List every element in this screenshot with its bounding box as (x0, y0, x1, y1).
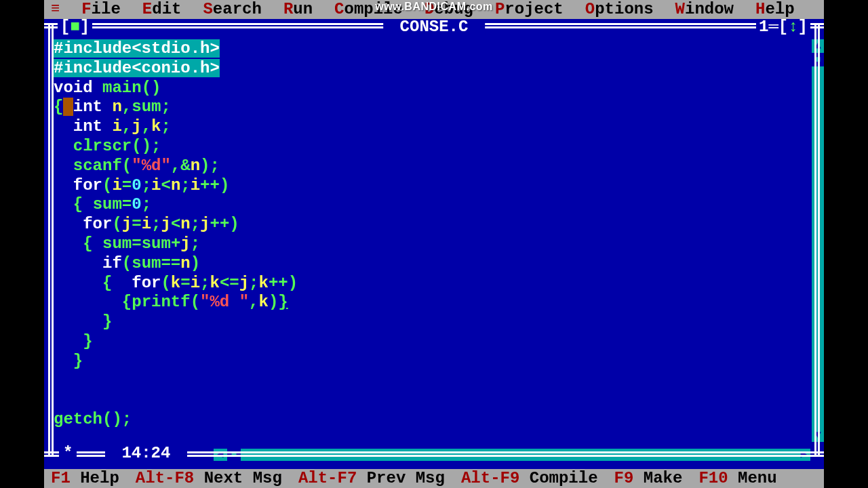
status-next-msg[interactable]: Alt-F8 Next Msg (136, 470, 282, 487)
menu-search[interactable]: Search (203, 1, 261, 18)
status-make[interactable]: F9 Make (614, 470, 683, 487)
scroll-left-icon[interactable]: ◄ (214, 449, 227, 461)
status-menu[interactable]: F10 Menu (698, 470, 776, 487)
window-number-zoom[interactable]: 1═[↕] (756, 19, 810, 35)
modified-indicator: * (59, 445, 77, 462)
vertical-scroll-thumb[interactable]: ■ (812, 53, 824, 66)
status-compile[interactable]: Alt-F9 Compile (461, 470, 598, 487)
horizontal-scroll-thumb[interactable]: ■ (227, 449, 241, 461)
menu-run[interactable]: Run (283, 1, 313, 18)
cursor-position: 14:24 (105, 445, 187, 462)
watermark: www.BANDICAM.com (375, 1, 493, 12)
ide-window: ≡ File Edit Search Run Compile Debug Pro… (44, 0, 824, 488)
status-prev-msg[interactable]: Alt-F7 Prev Msg (298, 470, 445, 487)
scroll-down-icon[interactable]: ▼ (812, 428, 824, 442)
horizontal-scrollbar[interactable]: ◄ ■ ► (214, 449, 810, 461)
menu-window[interactable]: Window (675, 1, 734, 18)
menu-options[interactable]: Options (585, 1, 654, 18)
menu-file[interactable]: File (81, 1, 121, 18)
scroll-right-icon[interactable]: ► (797, 449, 810, 461)
status-bar: F1 Help Alt-F8 Next Msg Alt-F7 Prev Msg … (44, 469, 824, 488)
menu-help[interactable]: Help (755, 1, 795, 18)
menu-project[interactable]: Project (495, 1, 564, 18)
window-title: CONSE.C (383, 19, 485, 35)
editor-window: #include<stdio.h>#include<conio.h>void m… (44, 19, 824, 469)
status-help[interactable]: F1 Help (51, 470, 119, 487)
code-area[interactable]: #include<stdio.h>#include<conio.h>void m… (54, 39, 810, 442)
menu-edit[interactable]: Edit (142, 1, 182, 18)
vertical-scrollbar[interactable]: ▲ ■ ▼ (812, 39, 824, 442)
window-close-button[interactable]: [■] (58, 19, 92, 35)
scroll-up-icon[interactable]: ▲ (812, 39, 824, 53)
system-menu-icon[interactable]: ≡ (51, 2, 60, 17)
